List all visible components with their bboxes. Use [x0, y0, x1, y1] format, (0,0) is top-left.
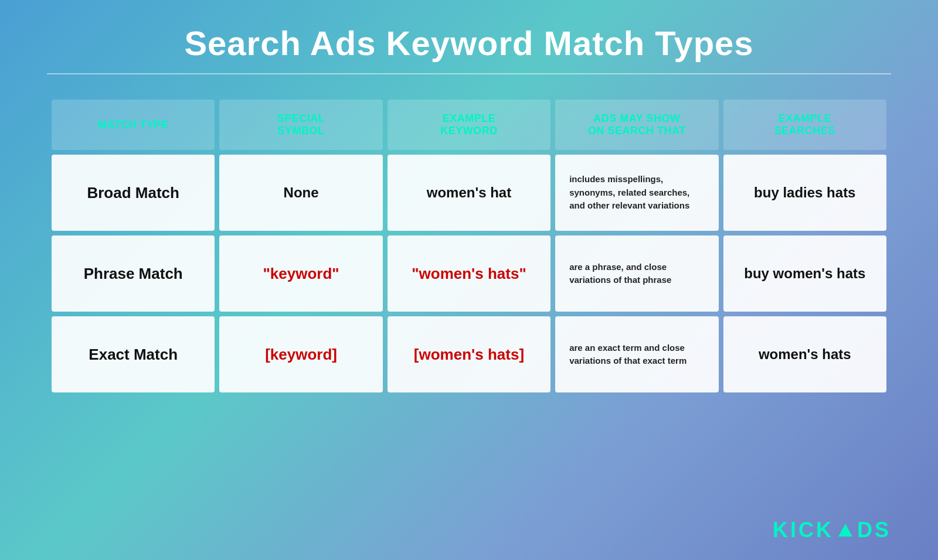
table-row: Phrase Match"keyword""women's hats"are a…	[52, 235, 886, 312]
description-cell: includes misspellings, synonyms, related…	[555, 155, 718, 231]
page-title: Search Ads Keyword Match Types	[184, 23, 753, 63]
header-example-keyword: EXAMPLEKEYWORD	[388, 100, 550, 150]
table-row: Exact Match[keyword][women's hats]are an…	[52, 316, 886, 392]
page-wrapper: Search Ads Keyword Match Types MATCH TYP…	[0, 0, 938, 560]
header-ads-may-show: ADS MAY SHOWON SEARCH THAT	[555, 100, 718, 150]
match-type-cell: Phrase Match	[52, 235, 215, 312]
symbol-cell: None	[219, 155, 382, 231]
table-row: Broad MatchNonewomen's hatincludes missp…	[52, 155, 886, 231]
symbol-cell: [keyword]	[219, 316, 382, 392]
keyword-cell: "women's hats"	[388, 235, 550, 312]
brand-triangle-icon	[838, 524, 852, 537]
header-match-type: MATCH TYPE	[52, 100, 215, 150]
main-container: Search Ads Keyword Match Types MATCH TYP…	[0, 0, 938, 560]
example-search-cell: buy ladies hats	[723, 155, 886, 231]
example-search-cell: buy women's hats	[723, 235, 886, 312]
match-type-cell: Exact Match	[52, 316, 215, 392]
header-example-searches: EXAMPLESEARCHES	[723, 100, 886, 150]
header-special-symbol: SPECIALSYMBOL	[219, 100, 382, 150]
description-cell: are an exact term and close variations o…	[555, 316, 718, 392]
keyword-cell: women's hat	[388, 155, 550, 231]
keyword-cell: [women's hats]	[388, 316, 550, 392]
description-cell: are a phrase, and close variations of th…	[555, 235, 718, 312]
branding: KICK DS	[773, 518, 891, 542]
symbol-cell: "keyword"	[219, 235, 382, 312]
match-type-cell: Broad Match	[52, 155, 215, 231]
keyword-match-table: MATCH TYPE SPECIALSYMBOL EXAMPLEKEYWORD …	[47, 95, 891, 397]
divider	[47, 73, 891, 74]
brand-ads: DS	[857, 518, 891, 542]
brand-kick: KICK	[773, 518, 834, 542]
table-wrapper: MATCH TYPE SPECIALSYMBOL EXAMPLEKEYWORD …	[47, 95, 891, 537]
example-search-cell: women's hats	[723, 316, 886, 392]
